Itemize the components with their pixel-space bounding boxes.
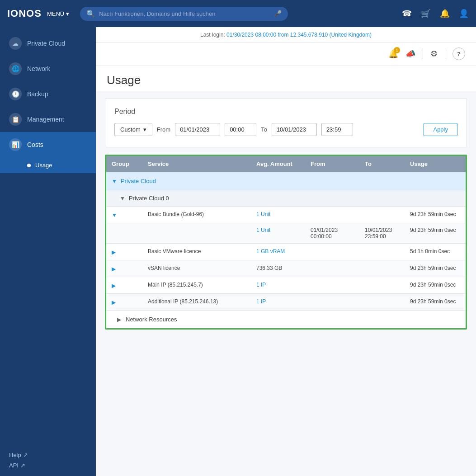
chevron-right-icon: ▶ bbox=[117, 316, 121, 323]
phone-icon[interactable]: ☎ bbox=[402, 9, 412, 19]
service-cell: Basic Bundle (Gold-96) bbox=[148, 211, 256, 217]
topnav: IONOS MENÜ ▾ 🔍 🎤 ☎ 🛒 🔔 👤 bbox=[0, 0, 476, 27]
page-title-area: Usage bbox=[96, 66, 476, 91]
service-cell: Basic VMware licence bbox=[148, 248, 256, 254]
help-link[interactable]: Help ↗ bbox=[9, 452, 87, 458]
sidebar-item-label: Costs bbox=[27, 141, 43, 148]
bell-icon[interactable]: 🔔 bbox=[440, 9, 450, 19]
period-controls: Custom ▾ From To Apply bbox=[114, 123, 457, 136]
to-date-input[interactable] bbox=[272, 123, 317, 136]
help-button[interactable]: ? bbox=[452, 47, 465, 60]
group-label: Private Cloud bbox=[121, 178, 156, 184]
col-usage: Usage bbox=[410, 160, 467, 167]
sidebar-footer: Help ↗ API ↗ bbox=[0, 444, 96, 476]
megaphone-button[interactable]: 📣 bbox=[405, 49, 415, 59]
api-link[interactable]: API ↗ bbox=[9, 462, 87, 469]
network-resources-row[interactable]: ▶ Network Resources bbox=[106, 310, 466, 328]
active-dot bbox=[27, 164, 31, 167]
col-from: From bbox=[311, 160, 365, 167]
network-resources-label: Network Resources bbox=[126, 316, 177, 323]
group-private-cloud[interactable]: ▼ Private Cloud bbox=[106, 172, 466, 190]
logo: IONOS bbox=[7, 8, 42, 19]
table-row: ▶ Additional IP (85.215.246.13) 1 IP 9d … bbox=[106, 293, 466, 310]
content-area: Last login: 01/30/2023 08:00:00 from 12.… bbox=[96, 27, 476, 476]
chevron-down-icon: ▼ bbox=[120, 195, 125, 202]
main-layout: ☁ Private Cloud 🌐 Network 🕐 Backup 📋 Man… bbox=[0, 27, 476, 476]
cloud-icon: ☁ bbox=[9, 37, 22, 50]
backup-icon: 🕐 bbox=[9, 88, 22, 100]
divider2 bbox=[445, 48, 445, 59]
expand-icon[interactable]: ▶ bbox=[112, 298, 148, 306]
avg-amount-cell: 1 GB vRAM bbox=[256, 248, 311, 254]
usage-table: Group Service Avg. Amount From To Usage … bbox=[105, 155, 467, 330]
subgroup-label: Private Cloud 0 bbox=[129, 195, 169, 202]
management-icon: 📋 bbox=[9, 113, 22, 126]
bell-button[interactable]: 🔔 1 bbox=[388, 49, 398, 59]
avg-amount-cell: 1 IP bbox=[256, 282, 311, 288]
collapse-icon[interactable]: ▼ bbox=[112, 211, 148, 218]
search-input[interactable] bbox=[99, 10, 270, 17]
sidebar-item-label: Private Cloud bbox=[27, 40, 65, 47]
table-row: 1 Unit 01/01/202300:00:00 10/01/202323:5… bbox=[106, 223, 466, 243]
apply-button[interactable]: Apply bbox=[424, 123, 457, 136]
costs-icon: 📊 bbox=[9, 138, 22, 151]
detail-usage: 9d 23h 59min 0sec bbox=[410, 227, 467, 240]
table-row: ▶ Main IP (85.215.245.7) 1 IP 9d 23h 59m… bbox=[106, 277, 466, 293]
sidebar-item-backup[interactable]: 🕐 Backup bbox=[0, 81, 96, 107]
col-group: Group bbox=[112, 160, 148, 167]
sidebar-item-label: Management bbox=[27, 116, 64, 123]
network-icon: 🌐 bbox=[9, 62, 22, 75]
sidebar-item-label: Backup bbox=[27, 90, 48, 98]
expand-icon[interactable]: ▶ bbox=[112, 248, 148, 255]
gear-button[interactable]: ⚙ bbox=[430, 49, 438, 59]
menu-toggle[interactable]: MENÜ ▾ bbox=[47, 10, 69, 17]
sidebar: ☁ Private Cloud 🌐 Network 🕐 Backup 📋 Man… bbox=[0, 27, 96, 476]
sidebar-item-management[interactable]: 📋 Management bbox=[0, 107, 96, 132]
external-link-icon: ↗ bbox=[23, 452, 28, 458]
sidebar-item-label: Network bbox=[27, 65, 50, 72]
expand-cell: ▼ bbox=[112, 211, 148, 218]
cart-icon[interactable]: 🛒 bbox=[421, 9, 431, 19]
user-icon[interactable]: 👤 bbox=[459, 9, 469, 19]
avg-amount-cell: 1 IP bbox=[256, 298, 311, 305]
last-login-label: Last login: bbox=[200, 32, 225, 38]
sidebar-item-private-cloud[interactable]: ☁ Private Cloud bbox=[0, 31, 96, 56]
usage-cell: 9d 23h 59min 0sec bbox=[410, 298, 467, 305]
col-service: Service bbox=[148, 160, 256, 167]
period-select-button[interactable]: Custom ▾ bbox=[114, 123, 152, 136]
usage-cell: 9d 23h 59min 0sec bbox=[410, 265, 467, 271]
expand-icon[interactable]: ▶ bbox=[112, 282, 148, 289]
bell-badge: 1 bbox=[394, 47, 400, 53]
from-time-input[interactable] bbox=[225, 123, 256, 136]
chevron-down-icon: ▼ bbox=[112, 178, 117, 184]
service-cell: Additional IP (85.215.246.13) bbox=[148, 298, 256, 305]
table-row: ▼ Basic Bundle (Gold-96) 1 Unit 9d 23h 5… bbox=[106, 206, 466, 223]
last-login-value: 01/30/2023 08:00:00 from 12.345.678.910 … bbox=[226, 32, 372, 38]
search-icon: 🔍 bbox=[86, 9, 95, 18]
from-label: From bbox=[157, 126, 170, 133]
table-row: ▶ vSAN licence 736.33 GB 9d 23h 59min 0s… bbox=[106, 260, 466, 277]
last-login-bar: Last login: 01/30/2023 08:00:00 from 12.… bbox=[96, 27, 476, 43]
service-cell: Main IP (85.215.245.7) bbox=[148, 282, 256, 288]
sidebar-item-costs[interactable]: 📊 Costs bbox=[0, 132, 96, 157]
sidebar-item-network[interactable]: 🌐 Network bbox=[0, 56, 96, 81]
to-time-input[interactable] bbox=[321, 123, 353, 136]
sidebar-subitem-label: Usage bbox=[35, 162, 52, 169]
col-to: To bbox=[365, 160, 410, 167]
avg-amount-cell: 1 Unit bbox=[256, 211, 311, 217]
mic-icon: 🎤 bbox=[274, 10, 282, 17]
service-cell: vSAN licence bbox=[148, 265, 256, 271]
search-bar[interactable]: 🔍 🎤 bbox=[80, 7, 288, 21]
usage-cell: 9d 23h 59min 0sec bbox=[410, 282, 467, 288]
expand-icon[interactable]: ▶ bbox=[112, 265, 148, 272]
period-label: Period bbox=[114, 108, 457, 116]
dropdown-icon: ▾ bbox=[143, 126, 146, 133]
to-label: To bbox=[261, 126, 267, 133]
content-header: 🔔 1 📣 ⚙ ? bbox=[96, 43, 476, 66]
table-row: ▶ Basic VMware licence 1 GB vRAM 5d 1h 0… bbox=[106, 243, 466, 260]
usage-cell: 9d 23h 59min 0sec bbox=[410, 211, 467, 217]
from-date-input[interactable] bbox=[175, 123, 220, 136]
subgroup-private-cloud-0[interactable]: ▼ Private Cloud 0 bbox=[106, 190, 466, 206]
topnav-icons: ☎ 🛒 🔔 👤 bbox=[402, 9, 469, 19]
sidebar-subitem-usage[interactable]: Usage bbox=[0, 157, 96, 173]
